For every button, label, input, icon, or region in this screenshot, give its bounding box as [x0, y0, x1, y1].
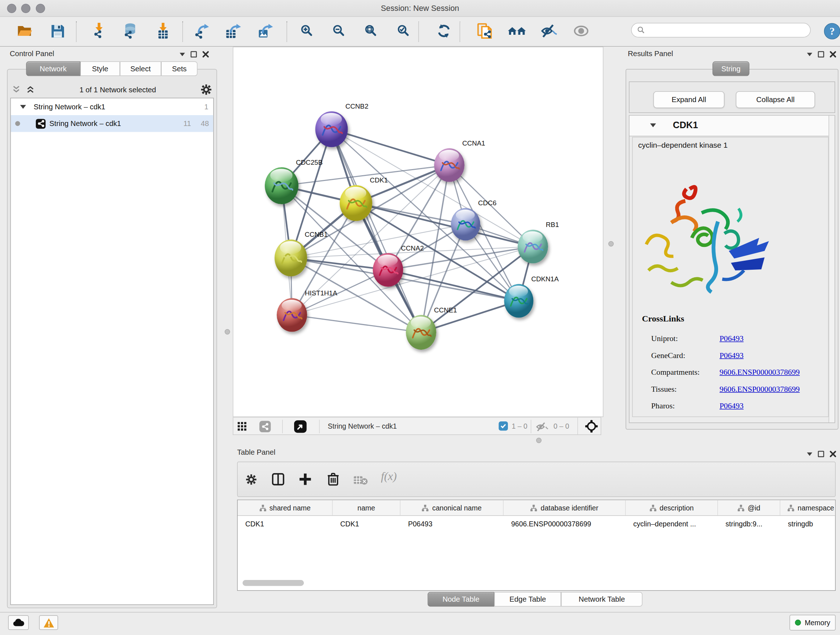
save-session-icon[interactable]: [46, 19, 69, 43]
tab-network[interactable]: Network: [26, 62, 80, 76]
table-hscrollbar-thumb[interactable]: [243, 580, 304, 586]
export-image-icon[interactable]: [254, 19, 278, 43]
table-cell[interactable]: P06493: [401, 516, 504, 531]
network-edge[interactable]: [292, 315, 421, 333]
collection-expander-icon[interactable]: [20, 105, 27, 109]
table-cell[interactable]: CDK1: [333, 516, 401, 531]
column-header-canonical-name[interactable]: canonical name: [401, 500, 504, 516]
expand-all-icon[interactable]: [26, 86, 35, 93]
create-column-icon[interactable]: [299, 473, 312, 486]
network-node-CDC6[interactable]: [451, 208, 480, 241]
network-node-CCNB2[interactable]: [316, 111, 348, 147]
network-row[interactable]: String Network – cdk1 11 48: [11, 115, 213, 132]
zoom-out-icon[interactable]: [327, 19, 351, 43]
network-node-CCNE1[interactable]: [406, 315, 436, 350]
tab-style[interactable]: Style: [80, 62, 120, 76]
network-node-RB1[interactable]: [518, 230, 548, 264]
export-network-icon[interactable]: [189, 19, 213, 43]
selected-nodes-checkbox[interactable]: [499, 421, 508, 431]
clone-network-icon[interactable]: [473, 19, 497, 43]
tab-sets[interactable]: Sets: [161, 62, 198, 76]
first-neighbors-icon[interactable]: [505, 19, 529, 43]
show-all-icon[interactable]: [569, 19, 593, 43]
grid-view-icon[interactable]: [238, 422, 247, 432]
pan-crosshair-icon[interactable]: [585, 420, 598, 433]
network-node-CCNA1[interactable]: [434, 149, 464, 182]
network-collection-row[interactable]: String Network – cdk1 1: [11, 98, 213, 116]
hide-selected-icon[interactable]: [537, 19, 561, 43]
table-cell[interactable]: stringdb: [780, 516, 836, 531]
table-row[interactable]: CDK1CDK1P064939606.ENSP00000378699cyclin…: [238, 516, 835, 531]
collapse-all-button[interactable]: Collapse All: [736, 91, 815, 108]
network-node-CDKN1A[interactable]: [504, 284, 534, 318]
table-cell[interactable]: CDK1: [238, 516, 333, 531]
network-node-CDK1[interactable]: [340, 185, 372, 221]
import-network-file-icon[interactable]: [87, 19, 111, 43]
hidden-eye-icon[interactable]: [536, 422, 549, 432]
panel-menu-icon[interactable]: [180, 52, 185, 57]
refresh-view-icon[interactable]: [432, 19, 456, 43]
tab-node-table[interactable]: Node Table: [428, 592, 494, 607]
network-canvas[interactable]: CCNB2 CCNA1 CDC25B CDK1 CDC6 RB1 CCNB1 C…: [233, 47, 604, 417]
results-scrollbar[interactable]: [829, 116, 835, 423]
expand-all-button[interactable]: Expand All: [653, 91, 725, 108]
left-splitter-handle[interactable]: [225, 329, 230, 334]
show-columns-icon[interactable]: [272, 473, 285, 486]
panel-menu-icon[interactable]: [807, 452, 813, 456]
zoom-fit-icon[interactable]: [359, 19, 383, 43]
warnings-button[interactable]: [39, 616, 58, 630]
column-header--id[interactable]: @id: [718, 500, 781, 516]
export-table-icon[interactable]: [221, 19, 245, 43]
column-header-shared-name[interactable]: shared name: [238, 500, 333, 516]
panel-float-icon[interactable]: [818, 451, 824, 457]
horizontal-splitter-handle[interactable]: [536, 438, 542, 443]
column-header-namespace[interactable]: namespace: [780, 500, 836, 516]
network-node-HIST1H1A[interactable]: [277, 298, 307, 332]
gene-expander-icon[interactable]: [650, 124, 656, 128]
table-cell[interactable]: 9606.ENSP00000378699: [504, 516, 626, 531]
import-network-database-icon[interactable]: [118, 19, 142, 43]
right-splitter-handle[interactable]: [608, 241, 614, 247]
network-options-gear-icon[interactable]: [201, 84, 212, 95]
network-edge[interactable]: [332, 129, 422, 333]
search-field[interactable]: [631, 23, 811, 38]
network-node-CCNB1[interactable]: [275, 240, 307, 277]
table-cell[interactable]: stringdb:9...: [718, 516, 781, 531]
panel-close-icon[interactable]: [202, 51, 209, 57]
crosslink-link[interactable]: P06493: [720, 402, 744, 411]
delete-column-icon[interactable]: [327, 472, 339, 486]
network-edge[interactable]: [332, 129, 450, 165]
collapse-all-icon[interactable]: [12, 86, 21, 93]
network-edge[interactable]: [388, 270, 519, 301]
tab-select[interactable]: Select: [120, 62, 161, 76]
column-header-database-identifier[interactable]: database identifier: [504, 500, 626, 516]
panel-menu-icon[interactable]: [807, 52, 813, 57]
panel-float-icon[interactable]: [191, 51, 197, 57]
import-table-file-icon[interactable]: [151, 19, 175, 43]
cloud-status-button[interactable]: [8, 616, 29, 630]
column-header-description[interactable]: description: [626, 500, 718, 516]
string-view-icon[interactable]: [259, 421, 271, 432]
help-icon[interactable]: ?: [821, 19, 840, 43]
crosslink-link[interactable]: P06493: [720, 334, 744, 344]
network-node-CDC25B[interactable]: [265, 167, 298, 204]
crosslink-link[interactable]: 9606.ENSP00000378699: [720, 368, 800, 377]
zoom-selected-icon[interactable]: [392, 19, 416, 43]
panel-close-icon[interactable]: [830, 51, 836, 57]
tab-string[interactable]: String: [713, 62, 750, 76]
crosslink-link[interactable]: P06493: [720, 351, 744, 360]
panel-close-icon[interactable]: [830, 451, 836, 457]
zoom-in-icon[interactable]: [295, 19, 319, 43]
table-cell[interactable]: cyclin–dependent ...: [626, 516, 718, 531]
search-input[interactable]: [645, 26, 799, 35]
open-session-icon[interactable]: [13, 19, 37, 43]
network-node-CCNA2[interactable]: [373, 253, 403, 287]
tab-edge-table[interactable]: Edge Table: [494, 592, 561, 607]
tab-network-table[interactable]: Network Table: [561, 592, 643, 607]
birds-eye-view-icon[interactable]: [294, 420, 307, 433]
table-settings-gear-icon[interactable]: [246, 474, 257, 485]
gene-section-header[interactable]: CDK1: [630, 116, 829, 136]
panel-float-icon[interactable]: [818, 51, 824, 57]
column-header-name[interactable]: name: [333, 500, 401, 516]
crosslink-link[interactable]: 9606.ENSP00000378699: [720, 385, 800, 394]
